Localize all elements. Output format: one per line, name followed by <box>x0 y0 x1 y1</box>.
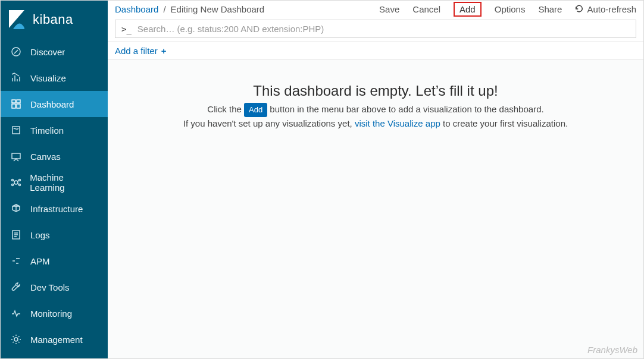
sidebar-item-label: Discover <box>30 47 65 57</box>
apm-icon <box>10 256 22 266</box>
auto-refresh-button[interactable]: Auto-refresh <box>575 4 636 14</box>
sidebar-item-label: Visualize <box>30 73 66 83</box>
svg-rect-1 <box>12 100 15 103</box>
empty-line1-pre: Click the <box>207 104 244 114</box>
empty-line-1: Click the Add button in the menu bar abo… <box>117 103 634 117</box>
brand-name: kibana <box>33 12 73 27</box>
gear-icon <box>10 334 22 345</box>
share-button[interactable]: Share <box>538 4 562 14</box>
logs-icon <box>10 229 22 240</box>
add-token: Add <box>244 103 267 117</box>
plus-icon: + <box>161 46 167 56</box>
empty-heading: This dashboard is empty. Let’s fill it u… <box>117 83 634 99</box>
infrastructure-icon <box>10 203 22 214</box>
svg-rect-2 <box>17 100 20 103</box>
refresh-icon <box>575 5 583 13</box>
search-bar[interactable]: >_ <box>115 20 636 38</box>
empty-line-2: If you haven't set up any visualizations… <box>117 117 634 131</box>
timelion-icon <box>10 125 22 136</box>
svg-point-13 <box>14 338 18 341</box>
sidebar-item-label: Canvas <box>30 152 61 162</box>
sidebar-item-label: Monitoring <box>30 308 72 319</box>
sidebar-item-management[interactable]: Management <box>1 326 108 352</box>
sidebar-item-ml[interactable]: Machine Learning <box>1 169 108 196</box>
sidebar-item-label: Logs <box>30 230 50 240</box>
topbar: Dashboard / Editing New Dashboard Save C… <box>108 1 643 42</box>
sidebar-item-canvas[interactable]: Canvas <box>1 143 108 169</box>
breadcrumb-current: Editing New Dashboard <box>171 4 265 14</box>
sidebar-item-label: Dashboard <box>30 99 74 109</box>
sidebar-item-visualize[interactable]: Visualize <box>1 65 108 91</box>
sidebar-item-devtools[interactable]: Dev Tools <box>1 274 108 300</box>
breadcrumb-root-link[interactable]: Dashboard <box>115 4 158 14</box>
add-button[interactable]: Add <box>454 2 482 17</box>
sidebar-item-monitoring[interactable]: Monitoring <box>1 300 108 326</box>
chart-icon <box>10 73 22 83</box>
sidebar-item-dashboard[interactable]: Dashboard <box>1 91 108 117</box>
sidebar-item-infrastructure[interactable]: Infrastructure <box>1 196 108 222</box>
filter-bar: Add a filter + <box>108 42 643 60</box>
sidebar-item-timelion[interactable]: Timelion <box>1 117 108 143</box>
breadcrumb-separator: / <box>163 4 165 14</box>
sidebar-item-label: Dev Tools <box>30 282 70 292</box>
svg-rect-4 <box>17 104 20 108</box>
search-input[interactable] <box>137 24 630 34</box>
sidebar-item-apm[interactable]: APM <box>1 248 108 274</box>
brand-logo[interactable]: kibana <box>1 1 108 39</box>
console-icon: >_ <box>121 24 132 34</box>
sidebar-item-label: APM <box>30 256 50 266</box>
add-filter-label: Add a filter <box>115 46 158 56</box>
sidebar-item-label: Infrastructure <box>30 204 83 214</box>
add-filter-button[interactable]: Add a filter + <box>115 46 166 56</box>
empty-line2-pre: If you haven't set up any visualizations… <box>183 118 355 128</box>
kibana-logo-icon <box>9 10 26 29</box>
watermark: FrankysWeb <box>587 345 637 355</box>
sidebar-nav: Discover Visualize Dashboard Timelion Ca… <box>1 39 108 352</box>
svg-rect-3 <box>12 104 15 108</box>
wrench-icon <box>10 282 22 292</box>
main: Dashboard / Editing New Dashboard Save C… <box>108 1 643 358</box>
canvas-icon <box>10 151 22 162</box>
cancel-button[interactable]: Cancel <box>412 4 440 14</box>
ml-icon <box>10 177 21 188</box>
sidebar-item-logs[interactable]: Logs <box>1 222 108 248</box>
options-button[interactable]: Options <box>495 4 526 14</box>
svg-rect-6 <box>12 153 20 159</box>
compass-icon <box>10 46 22 57</box>
heartbeat-icon <box>10 308 22 319</box>
sidebar-item-label: Machine Learning <box>30 172 98 193</box>
visit-visualize-link[interactable]: visit the Visualize app <box>355 118 440 128</box>
svg-point-7 <box>14 181 18 184</box>
empty-line1-post: button in the menu bar above to add a vi… <box>270 104 543 114</box>
svg-rect-5 <box>12 127 20 134</box>
sidebar: kibana Discover Visualize Dashboard Time… <box>1 1 108 358</box>
dashboard-icon <box>10 99 22 109</box>
breadcrumb: Dashboard / Editing New Dashboard Save C… <box>115 1 636 17</box>
top-actions: Save Cancel Add Options Share Auto-refre… <box>379 2 636 17</box>
dashboard-empty-state: This dashboard is empty. Let’s fill it u… <box>108 60 643 358</box>
sidebar-item-label: Timelion <box>30 125 64 136</box>
sidebar-item-discover[interactable]: Discover <box>1 39 108 65</box>
empty-line2-post: to create your first visualization. <box>443 118 568 128</box>
save-button[interactable]: Save <box>379 4 399 14</box>
auto-refresh-label: Auto-refresh <box>587 4 636 14</box>
sidebar-item-label: Management <box>30 335 83 345</box>
